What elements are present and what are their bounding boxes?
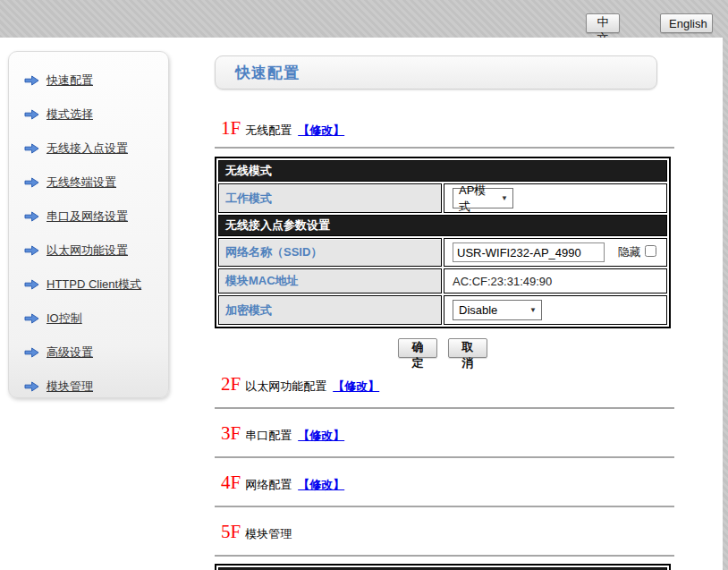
page-title: 快速配置 bbox=[216, 63, 300, 83]
right-arrow-icon bbox=[24, 313, 39, 324]
sidebar-item-mode-select[interactable]: 模式选择 bbox=[9, 98, 168, 132]
sidebar-item-io-control[interactable]: IO控制 bbox=[9, 302, 168, 336]
section-number: 1F bbox=[221, 119, 241, 138]
top-language-bar: 中文 English bbox=[0, 0, 728, 38]
sidebar-item-quick-config[interactable]: 快速配置 bbox=[9, 64, 168, 98]
right-arrow-icon bbox=[24, 211, 39, 222]
main-content: 快速配置 1F 无线配置 【修改】 无线模式 工作模式 AP模式 ▼ 无线接入点… bbox=[215, 38, 674, 570]
hide-ssid-checkbox[interactable] bbox=[645, 245, 656, 257]
encryption-mode-select[interactable]: Disable ▼ bbox=[453, 300, 542, 320]
ok-button[interactable]: 确定 bbox=[398, 338, 437, 358]
form-buttons: 确定 取消 bbox=[215, 338, 671, 360]
work-mode-label: 工作模式 bbox=[218, 183, 442, 213]
sidebar-item-label: 无线终端设置 bbox=[47, 174, 116, 191]
modify-serial-link[interactable]: 【修改】 bbox=[298, 428, 344, 444]
sidebar-item-ethernet-function[interactable]: 以太网功能设置 bbox=[9, 234, 168, 268]
ssid-input[interactable] bbox=[453, 242, 605, 262]
content-area: 快速配置 模式选择 无线接入点设置 无线终端设置 串口及网络设置 以太网功能设置… bbox=[0, 38, 723, 570]
section-divider bbox=[215, 407, 674, 409]
right-arrow-icon bbox=[24, 279, 39, 290]
sidebar-item-wireless-ap-settings[interactable]: 无线接入点设置 bbox=[9, 132, 168, 166]
page-title-box: 快速配置 bbox=[215, 55, 657, 89]
right-arrow-icon bbox=[24, 75, 39, 86]
section-divider bbox=[215, 506, 674, 507]
sidebar-item-label: 快速配置 bbox=[47, 72, 93, 89]
chinese-language-button[interactable]: 中文 bbox=[586, 13, 620, 33]
section-title: 无线配置 bbox=[245, 123, 292, 139]
section-divider bbox=[215, 456, 674, 458]
section-number: 5F bbox=[221, 523, 241, 541]
sidebar-item-label: 无线接入点设置 bbox=[47, 140, 128, 157]
chevron-down-icon: ▼ bbox=[529, 306, 537, 314]
section-number: 3F bbox=[221, 424, 241, 443]
section-number: 2F bbox=[221, 375, 241, 394]
sidebar-item-label: 高级设置 bbox=[47, 345, 93, 361]
right-arrow-icon bbox=[24, 381, 39, 392]
section-title: 串口配置 bbox=[245, 428, 292, 444]
mac-address-label: 模块MAC地址 bbox=[218, 268, 442, 294]
cancel-button[interactable]: 取消 bbox=[448, 338, 487, 358]
section-4f-heading: 4F 网络配置 【修改】 bbox=[221, 473, 674, 495]
sidebar-nav: 快速配置 模式选择 无线接入点设置 无线终端设置 串口及网络设置 以太网功能设置… bbox=[8, 51, 169, 398]
sidebar-item-advanced-settings[interactable]: 高级设置 bbox=[9, 336, 168, 370]
sidebar-item-label: HTTPD Client模式 bbox=[47, 276, 141, 293]
right-arrow-icon bbox=[24, 177, 39, 188]
wireless-config-table: 无线模式 工作模式 AP模式 ▼ 无线接入点参数设置 网络名称（SSID） 隐藏 bbox=[215, 157, 671, 328]
sidebar-item-module-management[interactable]: 模块管理 bbox=[9, 370, 168, 404]
section-divider bbox=[215, 555, 674, 557]
section-divider bbox=[215, 147, 674, 149]
hide-ssid-label: 隐藏 bbox=[618, 245, 641, 259]
chevron-down-icon: ▼ bbox=[501, 194, 508, 202]
ap-params-header: 无线接入点参数设置 bbox=[218, 215, 667, 236]
section-3f-heading: 3F 串口配置 【修改】 bbox=[221, 424, 674, 446]
reboot-module-table: 重启模块 重启模块 重启 bbox=[215, 564, 671, 570]
sidebar-item-serial-network-settings[interactable]: 串口及网络设置 bbox=[9, 200, 168, 234]
wireless-mode-header: 无线模式 bbox=[218, 160, 667, 182]
sidebar-item-label: 模块管理 bbox=[47, 379, 93, 395]
modify-ethernet-link[interactable]: 【修改】 bbox=[333, 379, 379, 395]
encryption-mode-value: Disable bbox=[459, 303, 497, 317]
section-title: 以太网功能配置 bbox=[245, 379, 326, 395]
section-1f-heading: 1F 无线配置 【修改】 bbox=[221, 119, 674, 140]
section-5f-heading: 5F 模块管理 bbox=[221, 523, 674, 544]
encryption-mode-label: 加密模式 bbox=[218, 295, 442, 325]
sidebar-item-httpd-client-mode[interactable]: HTTPD Client模式 bbox=[9, 268, 168, 302]
sidebar-item-label: 串口及网络设置 bbox=[47, 208, 128, 225]
right-arrow-icon bbox=[24, 347, 39, 358]
section-title: 网络配置 bbox=[245, 477, 292, 493]
modify-wireless-link[interactable]: 【修改】 bbox=[298, 123, 344, 139]
right-arrow-icon bbox=[24, 245, 39, 256]
work-mode-select[interactable]: AP模式 ▼ bbox=[453, 188, 513, 208]
modify-network-link[interactable]: 【修改】 bbox=[298, 477, 344, 493]
mac-address-value: AC:CF:23:31:49:90 bbox=[444, 268, 667, 294]
right-arrow-icon bbox=[24, 143, 39, 154]
sidebar-item-label: 模式选择 bbox=[47, 106, 93, 123]
sidebar-item-label: 以太网功能设置 bbox=[47, 242, 128, 259]
sidebar-item-label: IO控制 bbox=[47, 311, 82, 327]
section-2f-heading: 2F 以太网功能配置 【修改】 bbox=[221, 375, 674, 396]
section-number: 4F bbox=[221, 473, 241, 492]
work-mode-value: AP模式 bbox=[459, 183, 494, 215]
english-language-button[interactable]: English bbox=[660, 13, 713, 33]
section-title: 模块管理 bbox=[245, 526, 292, 542]
right-arrow-icon bbox=[24, 109, 39, 120]
sidebar-item-wireless-sta-settings[interactable]: 无线终端设置 bbox=[9, 166, 168, 200]
ssid-label: 网络名称（SSID） bbox=[218, 238, 442, 267]
